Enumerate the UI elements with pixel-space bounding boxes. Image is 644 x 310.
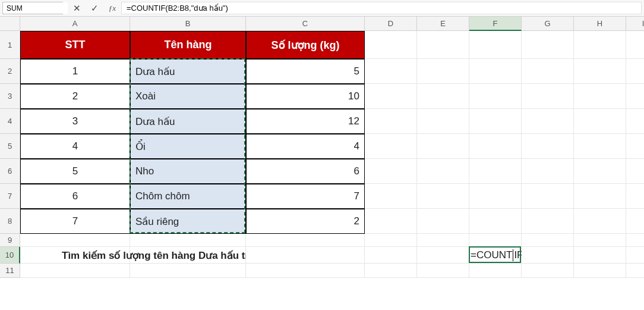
cell-C3[interactable]: 10 bbox=[246, 84, 365, 109]
cell-H10[interactable] bbox=[574, 247, 626, 264]
col-header-H[interactable]: H bbox=[574, 17, 626, 31]
cell-B5[interactable]: Ổi bbox=[130, 134, 246, 159]
cell-H11[interactable] bbox=[574, 264, 626, 278]
cells-area[interactable]: STTTên hàngSố lượng (kg)1Dưa hấu52Xoài10… bbox=[20, 31, 644, 278]
cell-B4[interactable]: Dưa hấu bbox=[130, 109, 246, 134]
cell-I7[interactable] bbox=[626, 184, 644, 209]
cell-D1[interactable] bbox=[365, 31, 417, 59]
col-header-E[interactable]: E bbox=[417, 17, 469, 31]
cell-G1[interactable] bbox=[522, 31, 574, 59]
cell-H4[interactable] bbox=[574, 109, 626, 134]
cell-C1[interactable]: Số lượng (kg) bbox=[246, 31, 365, 59]
row-header-11[interactable]: 11 bbox=[0, 264, 20, 278]
cell-I2[interactable] bbox=[626, 59, 644, 84]
cell-E10[interactable] bbox=[417, 247, 469, 264]
cell-D6[interactable] bbox=[365, 159, 417, 184]
cell-F10[interactable]: =COUNTIF(B2:B8,"dưa hấu") bbox=[469, 247, 522, 264]
cell-B7[interactable]: Chôm chôm bbox=[130, 184, 246, 209]
cell-F7[interactable] bbox=[469, 184, 522, 209]
cell-H7[interactable] bbox=[574, 184, 626, 209]
cell-D2[interactable] bbox=[365, 59, 417, 84]
cell-F2[interactable] bbox=[469, 59, 522, 84]
row-header-5[interactable]: 5 bbox=[0, 134, 20, 159]
cell-I9[interactable] bbox=[626, 234, 644, 247]
cell-C11[interactable] bbox=[246, 264, 365, 278]
col-header-C[interactable]: C bbox=[246, 17, 365, 31]
cell-C9[interactable] bbox=[246, 234, 365, 247]
cell-C2[interactable]: 5 bbox=[246, 59, 365, 84]
cell-D8[interactable] bbox=[365, 209, 417, 234]
cell-I3[interactable] bbox=[626, 84, 644, 109]
cell-D7[interactable] bbox=[365, 184, 417, 209]
col-header-F[interactable]: F bbox=[469, 17, 522, 31]
cell-E11[interactable] bbox=[417, 264, 469, 278]
cell-E8[interactable] bbox=[417, 209, 469, 234]
cell-G7[interactable] bbox=[522, 184, 574, 209]
col-header-I[interactable]: I bbox=[626, 17, 644, 31]
cell-B3[interactable]: Xoài bbox=[130, 84, 246, 109]
cell-G3[interactable] bbox=[522, 84, 574, 109]
cell-H2[interactable] bbox=[574, 59, 626, 84]
cell-H6[interactable] bbox=[574, 159, 626, 184]
cell-E7[interactable] bbox=[417, 184, 469, 209]
cell-A5[interactable]: 4 bbox=[20, 134, 130, 159]
cell-B11[interactable] bbox=[130, 264, 246, 278]
cell-E2[interactable] bbox=[417, 59, 469, 84]
cell-G5[interactable] bbox=[522, 134, 574, 159]
cell-G11[interactable] bbox=[522, 264, 574, 278]
cell-B6[interactable]: Nho bbox=[130, 159, 246, 184]
cell-F11[interactable] bbox=[469, 264, 522, 278]
cell-A11[interactable] bbox=[20, 264, 130, 278]
cell-A7[interactable]: 6 bbox=[20, 184, 130, 209]
cell-B9[interactable] bbox=[130, 234, 246, 247]
cell-E3[interactable] bbox=[417, 84, 469, 109]
col-header-A[interactable]: A bbox=[20, 17, 130, 31]
cell-G6[interactable] bbox=[522, 159, 574, 184]
cell-G10[interactable] bbox=[522, 247, 574, 264]
accept-formula-button[interactable]: ✓ bbox=[86, 0, 103, 16]
cell-I4[interactable] bbox=[626, 109, 644, 134]
cell-H8[interactable] bbox=[574, 209, 626, 234]
cell-C7[interactable]: 7 bbox=[246, 184, 365, 209]
cell-E1[interactable] bbox=[417, 31, 469, 59]
cell-B10[interactable]: Tìm kiếm số lượng tên hàng Dưa hấu trong… bbox=[130, 247, 246, 264]
cell-B8[interactable]: Sầu riêng bbox=[130, 209, 246, 234]
row-header-9[interactable]: 9 bbox=[0, 234, 20, 247]
cell-F9[interactable] bbox=[469, 234, 522, 247]
cell-C4[interactable]: 12 bbox=[246, 109, 365, 134]
cell-A9[interactable] bbox=[20, 234, 130, 247]
cell-D4[interactable] bbox=[365, 109, 417, 134]
cell-C8[interactable]: 2 bbox=[246, 209, 365, 234]
select-all-corner[interactable] bbox=[0, 17, 20, 31]
cell-A2[interactable]: 1 bbox=[20, 59, 130, 84]
col-header-G[interactable]: G bbox=[522, 17, 574, 31]
cell-C6[interactable]: 6 bbox=[246, 159, 365, 184]
cell-H5[interactable] bbox=[574, 134, 626, 159]
cell-A8[interactable]: 7 bbox=[20, 209, 130, 234]
cell-D10[interactable] bbox=[365, 247, 417, 264]
cell-F5[interactable] bbox=[469, 134, 522, 159]
cell-F4[interactable] bbox=[469, 109, 522, 134]
cell-C10[interactable] bbox=[246, 247, 365, 264]
cell-I5[interactable] bbox=[626, 134, 644, 159]
cell-I1[interactable] bbox=[626, 31, 644, 59]
cell-D11[interactable] bbox=[365, 264, 417, 278]
cell-I8[interactable] bbox=[626, 209, 644, 234]
cell-I10[interactable] bbox=[626, 247, 644, 264]
cell-E9[interactable] bbox=[417, 234, 469, 247]
cell-E5[interactable] bbox=[417, 134, 469, 159]
cell-H9[interactable] bbox=[574, 234, 626, 247]
cell-G2[interactable] bbox=[522, 59, 574, 84]
col-header-D[interactable]: D bbox=[365, 17, 417, 31]
cell-D3[interactable] bbox=[365, 84, 417, 109]
cancel-formula-button[interactable]: ✕ bbox=[68, 0, 86, 16]
row-header-6[interactable]: 6 bbox=[0, 159, 20, 184]
cell-E4[interactable] bbox=[417, 109, 469, 134]
cell-H1[interactable] bbox=[574, 31, 626, 59]
cell-B1[interactable]: Tên hàng bbox=[130, 31, 246, 59]
cell-F8[interactable] bbox=[469, 209, 522, 234]
cell-E6[interactable] bbox=[417, 159, 469, 184]
row-header-7[interactable]: 7 bbox=[0, 184, 20, 209]
cell-F3[interactable] bbox=[469, 84, 522, 109]
row-header-8[interactable]: 8 bbox=[0, 209, 20, 234]
